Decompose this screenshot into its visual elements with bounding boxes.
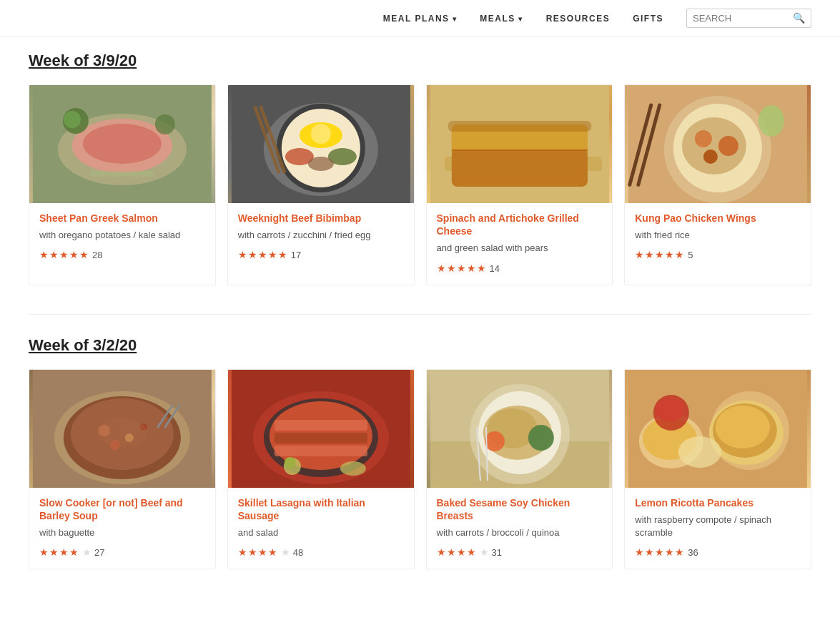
star-filled: ★★★★ [238,546,278,559]
svg-point-65 [484,431,504,451]
nav-resources[interactable]: RESOURCES [546,14,611,24]
svg-rect-54 [275,446,367,456]
meal-rating: ★★★★★ 28 [39,249,205,261]
meal-description: with baguette [39,526,205,539]
meal-rating: ★★★★★ 14 [437,262,603,275]
star-filled: ★★★★★ [238,249,288,261]
meal-image [29,85,215,203]
svg-rect-7 [90,171,154,177]
svg-rect-24 [451,149,587,187]
meal-rating: ★★★★★ 48 [238,546,404,559]
svg-point-6 [155,114,175,134]
review-count: 17 [291,250,301,260]
meal-grid-0: Sheet Pan Greek Salmonwith oregano potat… [29,84,811,285]
meal-title: Slow Cooker [or not] Beef and Barley Sou… [39,496,205,522]
nav-gifts[interactable]: GIFTS [633,14,663,24]
nav-meal-plans[interactable]: MEAL PLANS [383,14,458,24]
week-title-0: Week of 3/9/20 [29,51,811,70]
svg-point-5 [64,111,81,128]
meal-description: and salad [238,526,404,539]
star-empty: ★ [480,546,489,559]
svg-point-57 [340,461,366,476]
meal-title: Lemon Ricotta Pancakes [635,496,801,509]
meal-image [625,370,811,488]
meal-card[interactable]: Baked Sesame Soy Chicken Breastswith car… [426,369,613,570]
meal-card[interactable]: Kung Pao Chicken Wingswith fried rice★★★… [624,84,811,285]
meal-card[interactable]: Sheet Pan Greek Salmonwith oregano potat… [29,84,216,285]
svg-point-33 [703,149,718,164]
meal-title: Sheet Pan Greek Salmon [39,212,205,225]
meal-rating: ★★★★★ 27 [39,546,205,559]
svg-point-56 [285,457,296,468]
review-count: 48 [293,547,303,558]
meal-image [228,370,414,488]
meal-description: and green salad with pears [437,242,603,255]
meal-title: Baked Sesame Soy Chicken Breasts [437,496,603,522]
meal-description: with oregano potatoes / kale salad [39,229,205,242]
meal-card[interactable]: Weeknight Beef Bibimbapwith carrots / zu… [227,84,415,285]
meal-title: Kung Pao Chicken Wings [635,212,801,225]
star-filled: ★★★★★ [39,249,89,261]
search-box: 🔍 [686,9,811,28]
main-nav: MEAL PLANS MEALS RESOURCES GIFTS 🔍 [383,9,811,28]
svg-point-16 [308,157,334,171]
meal-description: with fried rice [635,229,801,242]
svg-point-77 [678,436,721,468]
meal-rating: ★★★★★ 36 [635,546,801,559]
svg-rect-53 [275,433,367,443]
review-count: 27 [94,547,104,558]
meal-description: with raspberry compote / spinach scrambl… [635,514,801,539]
review-count: 31 [492,547,502,558]
review-count: 14 [490,263,500,274]
meal-description: with carrots / zucchini / fried egg [238,229,404,242]
review-count: 28 [92,250,102,260]
meal-grid-1: Slow Cooker [or not] Beef and Barley Sou… [29,369,811,570]
meal-description: with carrots / broccoli / quinoa [437,526,603,539]
svg-rect-52 [275,420,367,431]
meal-image [228,85,414,203]
nav-meals[interactable]: MEALS [480,14,523,24]
star-empty: ★ [281,546,290,559]
site-header: MEAL PLANS MEALS RESOURCES GIFTS 🔍 [0,0,840,37]
svg-point-32 [718,136,738,156]
meal-card[interactable]: Spinach and Artichoke Grilled Cheeseand … [426,84,613,285]
meal-card[interactable]: Lemon Ricotta Pancakeswith raspberry com… [624,369,811,570]
star-filled: ★★★★★ [437,262,487,275]
week-section-1: Week of 3/2/20 Slow Cooker [or not] Beef… [29,336,811,570]
svg-point-34 [759,105,784,137]
meal-rating: ★★★★★ 5 [635,249,801,261]
svg-point-76 [656,398,684,421]
svg-point-72 [716,406,770,448]
star-filled: ★★★★ [39,546,79,559]
star-filled: ★★★★★ [635,546,685,559]
star-empty: ★ [82,546,92,559]
svg-point-31 [695,130,712,147]
meal-rating: ★★★★★ 31 [437,546,603,559]
svg-point-45 [97,418,147,447]
meal-card[interactable]: Skillet Lasagna with Italian Sausageand … [227,369,415,570]
svg-rect-26 [448,121,591,132]
review-count: 36 [688,547,698,558]
svg-point-13 [311,124,331,144]
svg-point-64 [528,425,553,451]
svg-point-3 [83,124,162,164]
search-icon[interactable]: 🔍 [793,12,805,24]
meal-image [625,85,811,203]
meal-image [427,370,613,488]
star-filled: ★★★★ [437,546,477,559]
meal-title: Skillet Lasagna with Italian Sausage [238,496,404,522]
section-divider [29,314,811,315]
meal-title: Weeknight Beef Bibimbap [238,212,404,225]
search-input[interactable] [693,13,793,24]
week-section-0: Week of 3/9/20 Sheet Pan Greek Salmonwit… [29,51,811,285]
meal-title: Spinach and Artichoke Grilled Cheese [437,212,603,237]
review-count: 5 [688,250,693,260]
meal-image [427,85,613,203]
meal-card[interactable]: Slow Cooker [or not] Beef and Barley Sou… [29,369,216,570]
meal-rating: ★★★★★ 17 [238,249,404,261]
meal-image [29,370,215,488]
star-filled: ★★★★★ [635,249,685,261]
week-title-1: Week of 3/2/20 [29,336,811,355]
main-content: Week of 3/9/20 Sheet Pan Greek Salmonwit… [0,37,840,627]
